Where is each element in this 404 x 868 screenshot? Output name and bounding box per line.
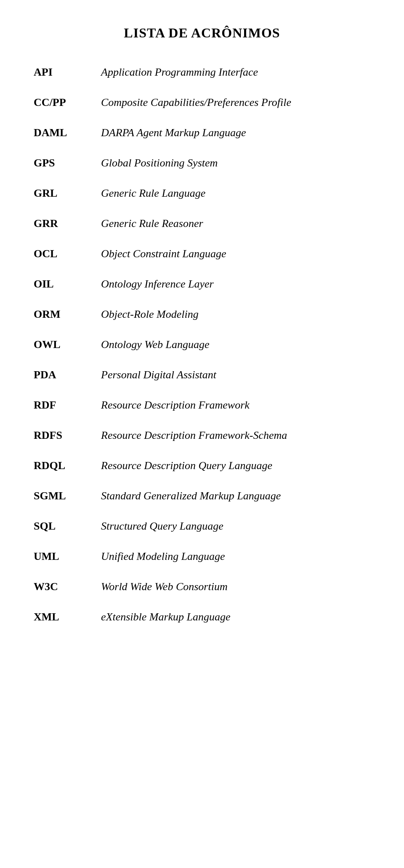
acronym-key: SQL	[34, 520, 101, 533]
acronym-row: W3CWorld Wide Web Consortium	[34, 580, 370, 593]
acronym-key: GRR	[34, 217, 101, 230]
acronym-row: DAMLDARPA Agent Markup Language	[34, 127, 370, 139]
acronym-row: RDFSResource Description Framework-Schem…	[34, 429, 370, 442]
acronym-key: UML	[34, 550, 101, 563]
acronym-row: GPSGlobal Positioning System	[34, 157, 370, 169]
acronym-key: CC/PP	[34, 96, 101, 109]
acronym-value: Resource Description Query Language	[101, 459, 272, 472]
acronym-key: RDF	[34, 399, 101, 412]
acronym-value: Application Programming Interface	[101, 66, 258, 79]
acronym-row: RDFResource Description Framework	[34, 399, 370, 412]
acronym-value: eXtensible Markup Language	[101, 611, 231, 623]
acronym-value: Resource Description Framework	[101, 399, 250, 412]
acronym-row: SGMLStandard Generalized Markup Language	[34, 490, 370, 502]
acronym-row: RDQLResource Description Query Language	[34, 459, 370, 472]
acronym-row: OILOntology Inference Layer	[34, 278, 370, 290]
acronym-value: Object Constraint Language	[101, 248, 226, 260]
acronym-value: Ontology Web Language	[101, 338, 210, 351]
acronym-key: OWL	[34, 338, 101, 351]
acronym-key: SGML	[34, 490, 101, 502]
acronym-row: ORMObject-Role Modeling	[34, 308, 370, 321]
page-title: LISTA DE ACRÔNIMOS	[34, 25, 370, 41]
acronym-value: Object-Role Modeling	[101, 308, 199, 321]
acronym-key: RDFS	[34, 429, 101, 442]
acronym-key: OCL	[34, 248, 101, 260]
acronym-value: Global Positioning System	[101, 157, 218, 169]
acronym-value: Resource Description Framework-Schema	[101, 429, 287, 442]
acronym-value: Generic Rule Reasoner	[101, 217, 203, 230]
acronym-value: Ontology Inference Layer	[101, 278, 214, 290]
acronym-value: Generic Rule Language	[101, 187, 205, 200]
acronym-value: Structured Query Language	[101, 520, 223, 533]
acronym-row: XMLeXtensible Markup Language	[34, 611, 370, 623]
acronym-row: PDAPersonal Digital Assistant	[34, 369, 370, 381]
acronym-row: OCLObject Constraint Language	[34, 248, 370, 260]
acronym-key: RDQL	[34, 459, 101, 472]
acronym-key: PDA	[34, 369, 101, 381]
acronym-row: CC/PPComposite Capabilities/Preferences …	[34, 96, 370, 109]
acronym-key: W3C	[34, 580, 101, 593]
acronym-list: APIApplication Programming InterfaceCC/P…	[34, 66, 370, 623]
acronym-key: ORM	[34, 308, 101, 321]
acronym-key: XML	[34, 611, 101, 623]
acronym-value: Composite Capabilities/Preferences Profi…	[101, 96, 291, 109]
acronym-row: OWLOntology Web Language	[34, 338, 370, 351]
acronym-value: DARPA Agent Markup Language	[101, 127, 246, 139]
acronym-key: OIL	[34, 278, 101, 290]
acronym-key: GPS	[34, 157, 101, 169]
acronym-row: APIApplication Programming Interface	[34, 66, 370, 79]
acronym-key: GRL	[34, 187, 101, 200]
acronym-value: World Wide Web Consortium	[101, 580, 228, 593]
acronym-row: GRRGeneric Rule Reasoner	[34, 217, 370, 230]
acronym-row: UMLUnified Modeling Language	[34, 550, 370, 563]
acronym-row: SQLStructured Query Language	[34, 520, 370, 533]
acronym-value: Standard Generalized Markup Language	[101, 490, 281, 502]
acronym-key: API	[34, 66, 101, 79]
acronym-key: DAML	[34, 127, 101, 139]
acronym-value: Personal Digital Assistant	[101, 369, 216, 381]
acronym-value: Unified Modeling Language	[101, 550, 225, 563]
acronym-row: GRLGeneric Rule Language	[34, 187, 370, 200]
